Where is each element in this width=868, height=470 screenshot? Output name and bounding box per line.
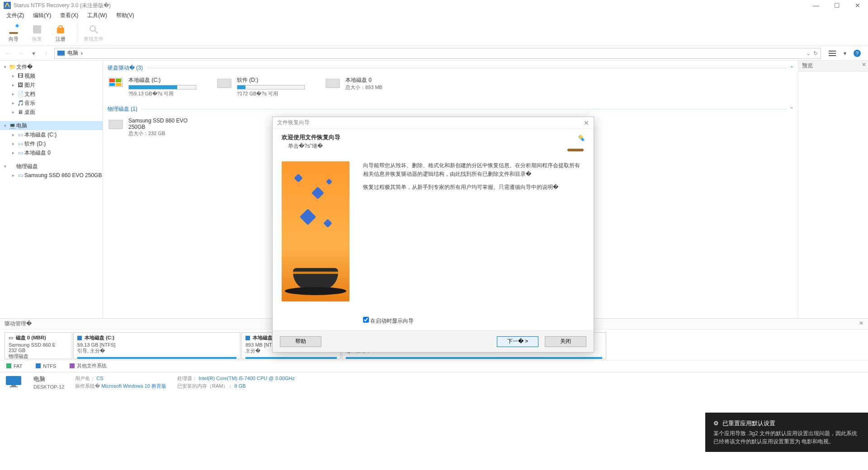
address-bar[interactable]: 电脑 › ⌄ ↻ — [54, 48, 821, 59]
crumb-sep: › — [81, 50, 83, 56]
monitor-icon — [5, 375, 23, 389]
recovery-wizard-dialog: 文件恢复向导✕ 欢迎使用文件恢复向导 单击�?s"继� 向导能帮您从毁坏、删除、… — [272, 117, 594, 352]
dm-partition-c[interactable]: 本地磁盘 (C:) 59.13 GB [NTFS] 引导, 主分� — [73, 332, 241, 359]
section-hdd[interactable]: 硬盘驱动� (3)⌃ — [108, 64, 793, 72]
crumb-root[interactable]: 电脑 — [67, 49, 78, 57]
tree-files[interactable]: ▾📁文件� — [0, 62, 103, 71]
tree-videos[interactable]: ▸🎞视频 — [0, 71, 103, 80]
app-icon — [4, 2, 11, 9]
ntfs-swatch-icon — [77, 336, 82, 340]
statusbar: 电脑 DESKTOP-12 用户名： CS 操作系统� Microsoft Wi… — [0, 372, 868, 392]
disk-icon: ▭ — [16, 172, 24, 179]
bag-icon — [54, 23, 67, 36]
disk-icon: ▭ — [16, 141, 24, 147]
view-options-icon[interactable] — [828, 49, 836, 57]
other-swatch-icon — [70, 363, 75, 368]
menu-help[interactable]: 帮助(V) — [113, 11, 138, 20]
close-preview-icon[interactable]: ✕ — [862, 61, 866, 68]
menu-edit[interactable]: 编辑(Y) — [29, 11, 55, 20]
svg-rect-21 — [6, 376, 21, 385]
svg-rect-15 — [116, 79, 121, 82]
tree-drive-c[interactable]: ▸▭本地磁盘 (C:) — [0, 130, 103, 139]
close-button[interactable]: ✕ — [847, 0, 868, 11]
disk-icon: ▭ — [16, 150, 24, 156]
show-on-startup-checkbox[interactable]: 在启动时显示向导 — [363, 318, 414, 324]
tree-docs[interactable]: ▸📄文档 — [0, 89, 103, 99]
find-button: 查找文件 — [84, 23, 104, 42]
tree-pictures[interactable]: ▸🖼图片 — [0, 80, 103, 89]
tree-desktop[interactable]: ▸🖥桌面 — [0, 108, 103, 117]
video-icon: 🎞 — [16, 73, 24, 79]
desktop-icon: 🖥 — [16, 109, 24, 115]
disk-icon: ▭ — [9, 335, 13, 341]
dialog-paragraph-1: 向导能帮您从毁坏、删除、格式化和新创建的分区中恢复信息。在分析期间程序会提取所有… — [363, 161, 585, 179]
svg-rect-20 — [108, 120, 123, 129]
wand-icon — [7, 23, 20, 36]
dialog-title: 文件恢复向导 — [277, 119, 310, 127]
nav-forward[interactable]: → — [16, 49, 25, 58]
maximize-button[interactable]: ☐ — [826, 0, 847, 11]
address-dropdown[interactable]: ⌄ — [806, 50, 811, 56]
tree-computer[interactable]: ▾💻电脑 — [0, 121, 103, 130]
wizard-label: 向导 — [9, 36, 19, 42]
tree-local0[interactable]: ▸▭本地磁盘 0 — [0, 148, 103, 157]
next-button[interactable]: 下一� > — [497, 336, 538, 347]
drive-c[interactable]: 本地磁盘 (C:)?59.13 GB�?s 可用 — [108, 76, 198, 97]
preview-title: 预览 — [802, 62, 813, 69]
svg-rect-8 — [57, 51, 65, 55]
refresh-icon[interactable]: ↻ — [813, 50, 818, 56]
tree-ssd[interactable]: ▸▭Samsung SSD 860 EVO 250GB — [0, 171, 103, 180]
titlebar: Starus NTFS Recovery 3.0 (未注册版�) — ☐ ✕ — [0, 0, 868, 11]
picture-icon: 🖼 — [16, 82, 24, 88]
svg-rect-11 — [829, 53, 836, 54]
fat-swatch-icon — [6, 363, 11, 368]
tree-drive-d[interactable]: ▸▭软件 (D:) — [0, 139, 103, 148]
section-physical[interactable]: 物理磁盘 (1)⌃ — [108, 105, 793, 113]
help-button[interactable]: 帮助 — [280, 336, 321, 347]
drive-ssd[interactable]: Samsung SSD 860 EVO 250GB总大小：232 GB — [108, 118, 198, 137]
menu-file[interactable]: 文件(Z) — [3, 11, 28, 20]
dialog-paragraph-2: 恢复过程极其简单，从新手到专家的所有用户均可掌握。只需遵循向导中的说明� — [363, 183, 585, 192]
dm-disk0[interactable]: ▭磁盘 0 (MBR) Samsung SSD 860 E 232 GB 物理磁… — [5, 332, 72, 359]
menu-view[interactable]: 查看(X) — [57, 11, 82, 20]
wizard-button[interactable]: 向导 — [4, 23, 24, 42]
menu-tools[interactable]: 工具(W) — [84, 11, 110, 20]
drive-local0[interactable]: 本地磁盘 0总大小：893 MB — [325, 76, 415, 97]
ntfs-swatch-icon — [245, 336, 250, 340]
recover-button: 恢复 — [27, 23, 47, 42]
wand-icon — [565, 133, 586, 155]
status-host: DESKTOP-12 — [33, 384, 64, 390]
search-icon — [87, 23, 100, 36]
disk-icon — [108, 118, 124, 132]
nav-back[interactable]: ← — [4, 49, 13, 58]
minimize-button[interactable]: — — [806, 0, 826, 11]
windows-drive-icon — [108, 76, 124, 91]
nav-up[interactable]: ↑ — [42, 49, 51, 58]
svg-rect-2 — [15, 24, 19, 28]
close-drivemgr-icon[interactable]: ✕ — [859, 320, 863, 326]
disk-icon: ▭ — [16, 132, 24, 138]
nav-history[interactable]: ▾ — [29, 49, 38, 58]
wizard-artwork — [282, 161, 349, 301]
disk-icon — [216, 76, 232, 91]
svg-rect-17 — [116, 83, 121, 86]
svg-rect-23 — [9, 386, 18, 387]
status-os: Microsoft Windows 10 教育版 — [101, 383, 166, 389]
close-dialog-button[interactable]: 关闭 — [545, 336, 586, 347]
view-dropdown[interactable]: ▾ — [841, 49, 849, 57]
sidebar-tree: ▾📁文件� ▸🎞视频 ▸🖼图片 ▸📄文档 ▸🎵音乐 ▸🖥桌面 ▾💻电脑 ▸▭本地… — [0, 61, 103, 318]
register-button[interactable]: 注册 — [51, 23, 71, 42]
tree-physical[interactable]: ▾物理磁盘 — [0, 162, 103, 171]
ntfs-swatch-icon — [36, 363, 41, 368]
chevron-up-icon: ⌃ — [790, 107, 793, 112]
notification-toast[interactable]: ⚙已重置应用默认设置 某个应用导致 .3g2 文件的默认应用设置出现问题，因此系… — [705, 413, 868, 452]
toolbar-separator — [77, 24, 77, 42]
drive-d[interactable]: 软件 (D:)?172 GB�?s 可用 — [216, 76, 307, 97]
help-icon[interactable]: ? — [854, 50, 861, 57]
tree-music[interactable]: ▸🎵音乐 — [0, 99, 103, 108]
svg-rect-16 — [109, 83, 115, 86]
svg-rect-18 — [217, 79, 231, 88]
gear-icon: ⚙ — [713, 419, 719, 428]
preview-pane: 预览✕ — [798, 61, 868, 318]
dialog-close-icon[interactable]: ✕ — [584, 119, 589, 127]
